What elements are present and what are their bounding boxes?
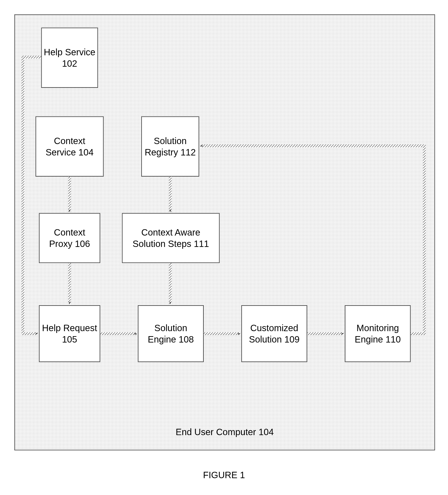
label-solution-registry: Solution Registry 112: [144, 135, 197, 158]
label-context-proxy: Context Proxy 106: [41, 227, 98, 249]
page: Help Service 102 Context Service 104 Sol…: [0, 0, 448, 495]
box-monitoring-engine: Monitoring Engine 110: [345, 305, 411, 362]
box-context-aware-steps: Context Aware Solution Steps 111: [122, 213, 220, 263]
figure-caption: FIGURE 1: [0, 470, 448, 480]
label-solution-engine: Solution Engine 108: [140, 322, 201, 345]
box-help-request: Help Request 105: [39, 305, 100, 362]
box-customized-solution: Customized Solution 109: [241, 305, 307, 362]
label-context-aware-steps: Context Aware Solution Steps 111: [124, 227, 217, 249]
box-help-service: Help Service 102: [41, 28, 98, 88]
label-customized-solution: Customized Solution 109: [244, 322, 305, 345]
box-solution-registry: Solution Registry 112: [141, 116, 199, 177]
arrow-helpservice-helprequest: [23, 57, 41, 334]
box-solution-engine: Solution Engine 108: [138, 305, 204, 362]
label-help-request: Help Request 105: [41, 322, 98, 345]
container-caption: End User Computer 104: [15, 427, 434, 437]
end-user-computer-container: Help Service 102 Context Service 104 Sol…: [14, 14, 435, 450]
label-help-service: Help Service 102: [44, 46, 95, 69]
label-context-service: Context Service 104: [38, 135, 101, 158]
box-context-service: Context Service 104: [36, 116, 104, 177]
label-monitoring-engine: Monitoring Engine 110: [347, 322, 408, 345]
box-context-proxy: Context Proxy 106: [39, 213, 100, 263]
